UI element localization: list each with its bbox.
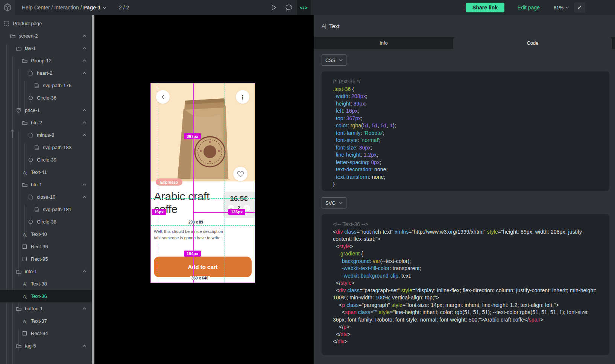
code-line: left: 16px; [333,107,601,115]
layer-item-tag-5[interactable]: tag-5 [0,340,92,352]
layer-label: Circle-36 [37,95,89,101]
chevron-up-icon[interactable] [81,35,87,37]
tab-code[interactable]: Code [453,37,612,49]
code-line: <span class="" style="line-height: inher… [333,309,601,323]
app-logo[interactable] [0,0,15,15]
layer-item-button-1[interactable]: button-1 [0,302,92,315]
breadcrumb-current-page: Page-1 [84,5,101,11]
code-line: .gradient { [333,250,601,258]
chevron-up-icon[interactable] [81,47,87,50]
code-mode-button[interactable]: </> [297,0,311,15]
layer-item-minus-8[interactable]: minus-8 [0,129,92,141]
layer-item-group-12[interactable]: Group-12 [0,54,92,67]
text-layer-icon: A[ [22,232,27,237]
folder-layer-icon [16,307,21,311]
back-button[interactable] [156,90,170,104]
css-dropdown-value: CSS [325,57,336,63]
tab-info[interactable]: Info [314,37,453,49]
code-line: top: 367px; [333,115,601,122]
add-to-cart-button[interactable]: Add to cart [154,257,252,277]
layer-item-info-1[interactable]: info-1 [0,265,92,278]
layer-label: Group-12 [31,58,78,63]
svg-code-block[interactable]: <!-- Text-36 --><div class="root rich-te… [322,214,609,355]
more-options-button[interactable]: ⋮ [236,90,249,104]
layer-item-text-36[interactable]: A[Text-36 [0,290,92,302]
code-line: .text-36 { [333,86,601,93]
layer-item-text-37[interactable]: A[Text-37 [0,315,92,327]
folder-layer-icon [10,34,15,38]
css-language-dropdown[interactable]: CSS [322,54,346,66]
layer-label: price-1 [25,107,78,113]
folder-layer-icon [22,121,27,125]
layer-item-svg-path-181[interactable]: svg-path-181 [0,203,92,216]
layer-item-text-38[interactable]: A[Text-38 [0,278,92,290]
zoom-level-dropdown[interactable]: 81% [554,0,569,15]
layer-item-close-10[interactable]: close-10 [0,191,92,203]
svg-layer-icon [34,145,39,150]
rect-layer-icon [22,257,27,261]
layer-item-rect-95[interactable]: Rect-95 [0,253,92,265]
comments-button[interactable] [282,0,296,15]
layer-item-btn-2[interactable]: btn-2 [0,116,92,129]
chevron-up-icon[interactable] [81,196,87,198]
svg-language-dropdown[interactable]: SVG [322,197,346,208]
favorite-button[interactable] [233,167,248,181]
selected-element-header: A[ Text [314,15,615,37]
chevron-up-icon[interactable] [81,134,87,136]
layer-label: btn-1 [31,182,78,187]
layer-item-text-40[interactable]: A[Text-40 [0,228,92,240]
layer-item-svg-path-183[interactable]: svg-path-183 [0,141,92,154]
play-icon [271,5,277,11]
measurement-line [193,212,255,213]
breadcrumb[interactable]: Help Center / Interaction / Page-1 [22,0,106,15]
layer-label: svg-path-183 [43,145,89,150]
layer-item-btn-1[interactable]: btn-1 [0,178,92,191]
rect-layer-icon [22,244,27,249]
code-line: height: 89px; [333,100,601,108]
layer-item-circle-38[interactable]: Circle-38 [0,216,92,228]
layer-item-circle-36[interactable]: Circle-36 [0,92,92,104]
chevron-up-icon[interactable] [81,307,87,310]
layer-item-svg-path-176[interactable]: svg-path-176 [0,79,92,92]
layer-item-rect-94[interactable]: Rect-94 [0,327,92,340]
text-layer-icon: A[ [22,319,27,323]
screen-frame[interactable]: ⋮ Expresso Arabic craft coffe 16.5€ − 2 … [151,83,255,282]
layer-item-circle-39[interactable]: Circle-39 [0,154,92,166]
guide-line-vertical [157,83,157,282]
layer-item-text-41[interactable]: A[Text-41 [0,166,92,178]
inspector-tabbar: Info Code [314,37,615,49]
product-tag-badge[interactable]: Expresso [156,178,182,186]
chevron-up-icon[interactable] [81,109,87,112]
code-line: font-size: 36px; [333,144,601,152]
layer-label: Rect-96 [31,244,89,249]
chevron-up-icon[interactable] [81,121,87,124]
chevron-up-icon[interactable] [81,59,87,62]
layer-item-fav-1[interactable]: fav-1 [0,42,92,54]
product-description[interactable]: Well, this should be a nice description … [154,228,228,241]
sidebar-scrollbar[interactable] [92,15,94,364]
chevron-up-icon[interactable] [81,183,87,186]
preview-play-button[interactable] [267,0,281,15]
edit-page-link[interactable]: Edit page [518,0,540,15]
chevron-down-icon [565,6,569,9]
box-logo-icon [3,3,12,12]
layer-item-price-1[interactable]: price-1 [0,104,92,116]
layer-item-rect-96[interactable]: Rect-96 [0,240,92,253]
share-link-button[interactable]: Share link [466,3,504,12]
chevron-left-icon [161,94,165,100]
top-toolbar: Help Center / Interaction / Page-1 2 / 2… [0,0,615,15]
folder-layer-icon [22,59,27,63]
layer-label: screen-2 [19,33,78,39]
css-code-block[interactable]: /* Text-36 */.text-36 { width: 208px; he… [322,71,609,191]
chevron-up-icon[interactable] [81,270,87,273]
chevron-up-icon[interactable] [81,344,87,347]
zoom-level-value: 81% [554,5,563,11]
layer-item-screen-2[interactable]: screen-2 [0,30,92,42]
layer-item-product page[interactable]: Product page [0,17,92,30]
layer-item-heart-2[interactable]: heart-2 [0,67,92,79]
code-line: /* Text-36 */ [333,78,601,86]
chevron-up-icon[interactable] [81,72,87,74]
circle-layer-icon [28,219,33,224]
fullscreen-button[interactable] [574,2,585,13]
code-line: font-style: 'normal'; [333,137,601,144]
